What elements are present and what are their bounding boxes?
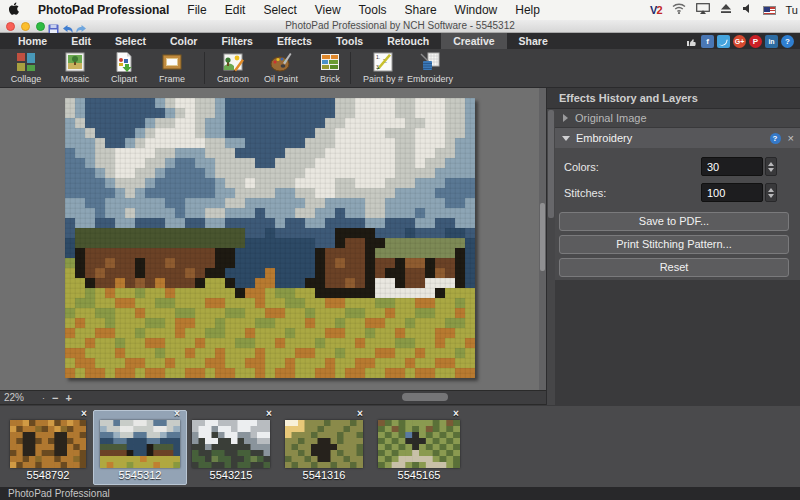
print-stitching-pattern-button[interactable]: Print Stitching Pattern... [559, 235, 789, 254]
tab-creative[interactable]: Creative [441, 33, 506, 49]
save-to-pdf-button[interactable]: Save to PDF... [559, 212, 789, 231]
apple-menu-icon[interactable] [0, 2, 29, 18]
zoom-level: 22% [4, 392, 24, 403]
canvas-area[interactable] [0, 88, 546, 390]
close-thumbnail-icon[interactable]: × [453, 408, 459, 419]
stitches-input[interactable] [701, 183, 763, 202]
frame-tool[interactable]: Frame [146, 51, 198, 86]
vertical-scrollbar-thumb[interactable] [540, 203, 545, 271]
colors-stepper[interactable] [765, 157, 777, 176]
menu-window[interactable]: Window [446, 3, 507, 17]
collage-tool[interactable]: Collage [0, 51, 52, 86]
tab-share[interactable]: Share [507, 33, 560, 49]
colors-input[interactable] [701, 157, 763, 176]
window-title: PhotoPad Professional by NCH Software - … [0, 20, 800, 33]
menubar-clock[interactable]: Tu [786, 4, 798, 16]
filmstrip: × × × × × 5548792 5545312 5543215 554131… [0, 405, 800, 487]
facebook-icon[interactable]: f [701, 35, 714, 48]
mosaic-icon [64, 51, 86, 73]
canvas-vertical-scrollbar[interactable] [539, 88, 546, 390]
airplay-icon[interactable] [696, 3, 710, 17]
thumbnail-5548792[interactable] [10, 420, 86, 468]
thumbnail-label: 5541316 [285, 469, 363, 481]
clipart-tool[interactable]: Clipart [98, 51, 150, 86]
tab-select[interactable]: Select [103, 33, 158, 49]
paint-by-number-icon: 1.2.3. [372, 51, 394, 73]
thumbnail-label: 5548792 [10, 469, 86, 481]
embroidery-preview-image[interactable] [65, 98, 475, 378]
original-image-row[interactable]: Original Image [555, 109, 800, 128]
stitches-stepper[interactable] [765, 183, 777, 202]
embroidery-effect-row[interactable]: Embroidery ? × [555, 128, 800, 148]
zoom-out-button[interactable]: − [52, 392, 58, 404]
effect-close-icon[interactable]: × [788, 132, 794, 144]
horizontal-scrollbar-thumb[interactable] [402, 393, 448, 401]
macos-menu-bar: PhotoPad Professional File Edit Select V… [0, 0, 800, 20]
wifi-icon[interactable] [672, 3, 686, 17]
v2-status-icon[interactable]: V2 [650, 4, 661, 16]
stitches-label: Stitches: [564, 187, 606, 199]
tab-effects[interactable]: Effects [265, 33, 324, 49]
embroidery-icon [419, 51, 441, 73]
creative-toolbar: Collage Mosaic Clipart Frame Cartoon Oil… [0, 49, 800, 88]
tab-tools[interactable]: Tools [324, 33, 375, 49]
panel-scrollbar-thumb[interactable] [548, 110, 554, 218]
effects-panel-header: Effects History and Layers [547, 88, 800, 109]
linkedin-icon[interactable]: in [765, 35, 778, 48]
toolbar-separator [204, 52, 205, 84]
eject-icon[interactable] [720, 3, 732, 17]
menu-tools[interactable]: Tools [350, 3, 396, 17]
toolbar-separator [350, 52, 351, 84]
pinterest-icon[interactable]: P [749, 35, 762, 48]
clipart-icon [113, 51, 135, 73]
thumbnail-5545165[interactable] [378, 420, 460, 468]
twitter-icon[interactable] [717, 35, 730, 48]
close-thumbnail-icon[interactable]: × [81, 408, 87, 419]
tab-edit[interactable]: Edit [59, 33, 103, 49]
menu-share[interactable]: Share [396, 3, 446, 17]
volume-icon[interactable] [742, 3, 753, 17]
menu-file[interactable]: File [178, 3, 215, 17]
collapsed-arrow-icon [563, 114, 568, 122]
oil-paint-tool[interactable]: Oil Paint [255, 51, 307, 86]
embroidery-tool[interactable]: Embroidery [398, 51, 462, 86]
close-thumbnail-icon[interactable]: × [266, 408, 272, 419]
tab-home[interactable]: Home [6, 33, 59, 49]
window-title-bar: PhotoPad Professional by NCH Software - … [0, 20, 800, 33]
svg-text:1.: 1. [376, 54, 380, 60]
original-image-label: Original Image [575, 112, 647, 124]
menu-view[interactable]: View [306, 3, 350, 17]
thumbnail-5543215[interactable] [192, 420, 270, 468]
google-plus-icon[interactable]: G+ [733, 35, 746, 48]
collage-icon [15, 51, 37, 73]
panel-scrollbar[interactable] [547, 109, 555, 405]
colors-label: Colors: [564, 161, 599, 173]
menu-select[interactable]: Select [254, 3, 305, 17]
close-thumbnail-icon[interactable]: × [357, 408, 363, 419]
cartoon-tool[interactable]: Cartoon [207, 51, 259, 86]
brick-tool[interactable]: Brick [304, 51, 356, 86]
cartoon-icon [222, 51, 244, 73]
tab-filters[interactable]: Filters [209, 33, 265, 49]
embroidery-effect-label: Embroidery [576, 132, 632, 144]
thumbnail-label: 5545165 [378, 469, 460, 481]
menu-help[interactable]: Help [506, 3, 549, 17]
us-flag-icon[interactable] [763, 6, 776, 15]
expanded-arrow-icon [562, 136, 570, 141]
tab-color[interactable]: Color [158, 33, 209, 49]
zoom-marker: · [42, 393, 45, 403]
thumbnail-label: 5543215 [192, 469, 270, 481]
effect-help-icon[interactable]: ? [770, 133, 781, 144]
ribbon-help-icon[interactable]: ? [781, 35, 794, 48]
like-icon[interactable] [685, 35, 698, 48]
status-bar: PhotoPad Professional [0, 487, 800, 500]
mosaic-tool[interactable]: Mosaic [49, 51, 101, 86]
tab-retouch[interactable]: Retouch [375, 33, 441, 49]
menu-edit[interactable]: Edit [216, 3, 255, 17]
zoom-in-button[interactable]: + [65, 392, 71, 404]
menu-app-name[interactable]: PhotoPad Professional [29, 3, 178, 17]
close-thumbnail-icon[interactable]: × [174, 408, 180, 419]
thumbnail-5541316[interactable] [285, 420, 363, 468]
thumbnail-5545312[interactable] [100, 420, 180, 468]
reset-button[interactable]: Reset [559, 258, 789, 277]
